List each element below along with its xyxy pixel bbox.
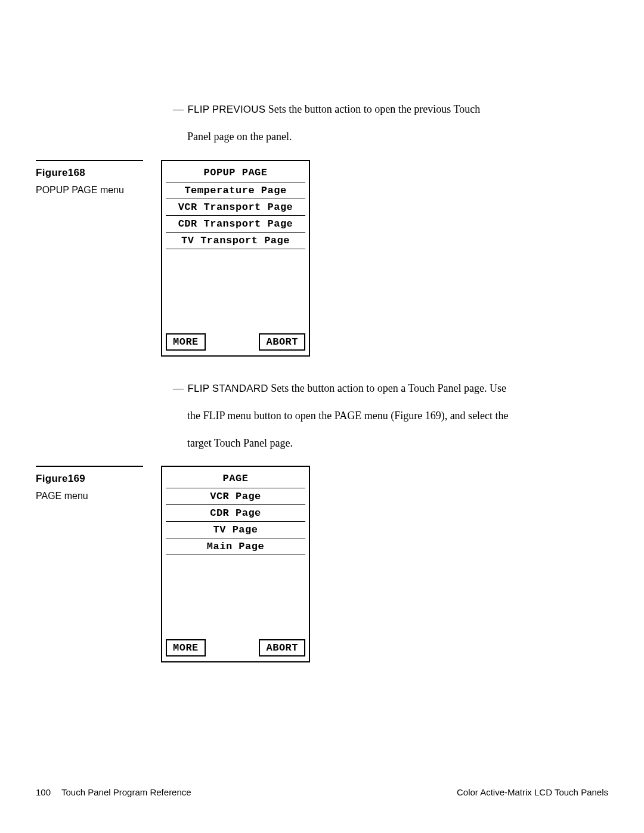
term-flip-previous-cont: Panel page on the panel.	[187, 129, 608, 145]
panel-item[interactable]: TV Transport Page	[166, 233, 305, 249]
page-footer: 100 Touch Panel Program Reference Color …	[36, 787, 608, 797]
figure-169-label: Figure169	[36, 473, 143, 485]
page-panel: PAGE VCR Page CDR Page TV Page Main Page…	[161, 466, 310, 662]
figure-169-caption: PAGE menu	[36, 491, 143, 501]
panel-item[interactable]: Temperature Page	[166, 182, 305, 199]
em-dash: —	[173, 382, 187, 394]
panel-title: PAGE	[166, 470, 305, 488]
panel-item[interactable]: VCR Transport Page	[166, 199, 305, 216]
more-button[interactable]: MORE	[166, 639, 206, 657]
panel-item[interactable]: CDR Page	[166, 505, 305, 522]
abort-button[interactable]: ABORT	[259, 333, 305, 351]
figure-168-caption: POPUP PAGE menu	[36, 185, 143, 196]
footer-left-text: Touch Panel Program Reference	[61, 787, 191, 797]
panel-item[interactable]: VCR Page	[166, 488, 305, 505]
figure-rule	[36, 160, 143, 161]
flip-standard-def: — FLIP STANDARD Sets the button action t…	[173, 380, 608, 452]
panel-item[interactable]: TV Page	[166, 522, 305, 538]
page-number: 100	[36, 787, 51, 797]
term-flip-standard: FLIP STANDARD	[188, 383, 268, 394]
flip-previous-def: — FLIP PREVIOUS Sets the button action t…	[173, 101, 608, 145]
term-flip-standard-cont1: the FLIP menu button to open the PAGE me…	[187, 408, 608, 425]
term-flip-standard-desc: Sets the button action to open a Touch P…	[268, 382, 506, 394]
panel-item[interactable]: Main Page	[166, 538, 305, 555]
term-flip-standard-cont2: target Touch Panel page.	[187, 435, 608, 452]
figure-169-block: Figure169 PAGE menu PAGE VCR Page CDR Pa…	[36, 466, 608, 662]
figure-168-block: Figure168 POPUP PAGE menu POPUP PAGE Tem…	[36, 160, 608, 357]
term-flip-previous-desc: Sets the button action to open the previ…	[265, 103, 480, 115]
figure-rule	[36, 466, 143, 467]
panel-item[interactable]: CDR Transport Page	[166, 216, 305, 233]
abort-button[interactable]: ABORT	[259, 639, 305, 657]
footer-right-text: Color Active-Matrix LCD Touch Panels	[457, 787, 608, 797]
em-dash: —	[173, 103, 187, 115]
term-flip-previous: FLIP PREVIOUS	[188, 104, 266, 115]
panel-title: POPUP PAGE	[166, 165, 305, 182]
popup-page-panel: POPUP PAGE Temperature Page VCR Transpor…	[161, 160, 310, 357]
more-button[interactable]: MORE	[166, 333, 206, 351]
figure-168-label: Figure168	[36, 167, 143, 179]
